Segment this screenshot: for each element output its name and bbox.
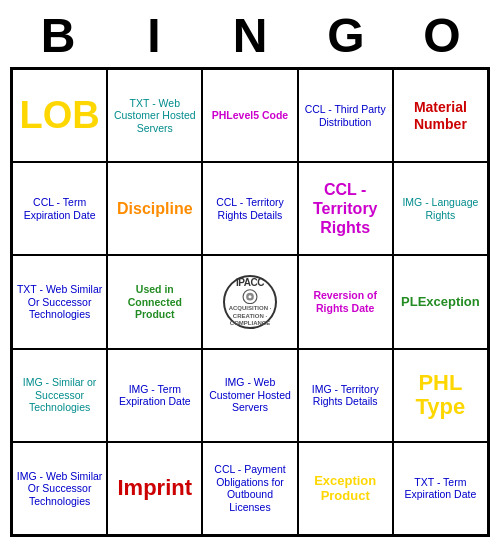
bingo-grid: LOB TXT - Web Customer Hosted Servers PH…	[10, 67, 490, 537]
cell-4-1: Imprint	[107, 442, 202, 535]
cell-0-3: CCL - Third Party Distribution	[298, 69, 393, 162]
bingo-header: B I N G O	[10, 8, 490, 63]
cell-1-1: Discipline	[107, 162, 202, 255]
cell-0-2: PHLevel5 Code	[202, 69, 297, 162]
cell-0-4: Material Number	[393, 69, 488, 162]
cell-4-4: TXT - Term Expiration Date	[393, 442, 488, 535]
cell-0-0: LOB	[12, 69, 107, 162]
cell-3-2: IMG - Web Customer Hosted Servers	[202, 349, 297, 442]
cell-1-3: CCL - Territory Rights	[298, 162, 393, 255]
letter-i: I	[111, 8, 197, 63]
cell-1-4: IMG - Language Rights	[393, 162, 488, 255]
cell-3-1: IMG - Term Expiration Date	[107, 349, 202, 442]
cell-2-1: Used in Connected Product	[107, 255, 202, 348]
ipacc-logo: IPACC ACQUISITION · CREATION · COMPLIANC…	[223, 275, 277, 329]
svg-point-2	[248, 295, 251, 298]
letter-o: O	[399, 8, 485, 63]
cell-2-4: PLException	[393, 255, 488, 348]
cell-0-1: TXT - Web Customer Hosted Servers	[107, 69, 202, 162]
cell-1-2: CCL - Territory Rights Details	[202, 162, 297, 255]
cell-3-0: IMG - Similar or Successor Technologies	[12, 349, 107, 442]
letter-n: N	[207, 8, 293, 63]
cell-3-3: IMG - Territory Rights Details	[298, 349, 393, 442]
cell-1-0: CCL - Term Expiration Date	[12, 162, 107, 255]
letter-g: G	[303, 8, 389, 63]
cell-4-0: IMG - Web Similar Or Successor Technolog…	[12, 442, 107, 535]
cell-4-2: CCL - Payment Obligations for Outbound L…	[202, 442, 297, 535]
cell-2-2: IPACC ACQUISITION · CREATION · COMPLIANC…	[202, 255, 297, 348]
cell-3-4: PHL Type	[393, 349, 488, 442]
cell-2-3: Reversion of Rights Date	[298, 255, 393, 348]
letter-b: B	[15, 8, 101, 63]
cell-2-0: TXT - Web Similar Or Successor Technolog…	[12, 255, 107, 348]
cell-4-3: Exception Product	[298, 442, 393, 535]
